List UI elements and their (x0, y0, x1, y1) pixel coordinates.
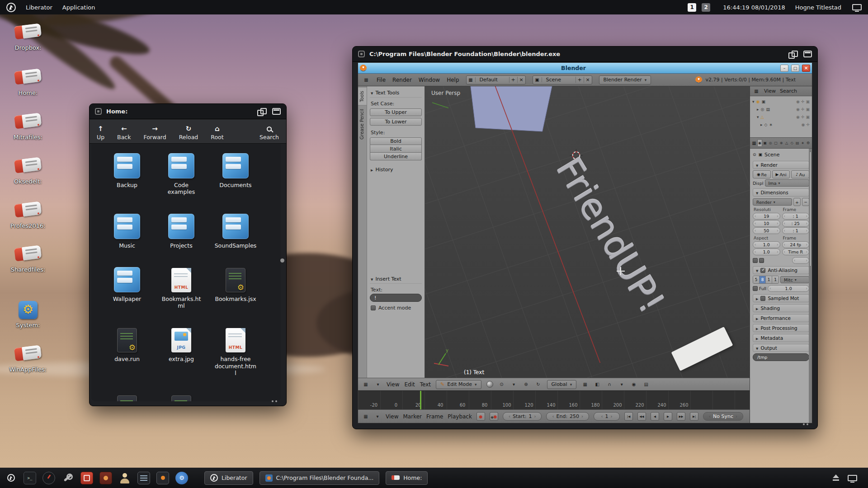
text-tools-panel-header[interactable]: Text Tools (370, 88, 422, 98)
forward-button[interactable]: Forward (143, 125, 166, 141)
stepper-field[interactable] (792, 257, 809, 264)
tab-world[interactable] (768, 139, 773, 147)
snap-magnet-icon[interactable] (606, 380, 613, 389)
render-button[interactable]: Re (753, 170, 771, 178)
menu-file[interactable]: File (377, 77, 386, 83)
tab-render[interactable] (757, 139, 762, 147)
tab-material[interactable] (789, 139, 794, 147)
add-scene-icon[interactable] (576, 77, 584, 83)
timeline-ruler[interactable]: -40 -20 0 20 40 60 80 100 120 140 160 18… (358, 390, 750, 409)
task-liberator[interactable]: Liberator (204, 471, 253, 485)
dimensions-section-header[interactable]: Dimensions (753, 188, 809, 197)
output-path-field[interactable]: /tmp (753, 353, 809, 361)
post-processing-section-header[interactable]: Post Processing (753, 324, 809, 332)
filter-size-field[interactable]: 1.0 (768, 285, 809, 292)
jump-to-start-button[interactable] (624, 412, 633, 421)
aspect-x-field[interactable]: 1.0 (753, 241, 780, 248)
metadata-section-header[interactable]: Metadata (753, 334, 809, 342)
workspace-2-badge[interactable]: 2 (702, 3, 710, 12)
accent-mode-row[interactable]: Accent mode (371, 305, 421, 311)
file-item[interactable]: Projects (155, 214, 208, 249)
scrollbar-thumb[interactable] (809, 151, 811, 267)
file-item[interactable]: Backup (100, 153, 154, 196)
remove-scene-icon[interactable] (584, 77, 592, 83)
menu-window[interactable]: Window (419, 77, 440, 83)
tab-grease-pencil[interactable]: Grease Pencil (358, 105, 367, 143)
window-clone-icon[interactable] (788, 51, 797, 58)
3d-viewport[interactable]: User Persp FriendUP! y ( (425, 86, 750, 378)
bold-button[interactable]: Bold (370, 137, 422, 145)
outliner-row[interactable]: ▾△◉✛▣ (752, 113, 810, 121)
task-home[interactable]: Home: (386, 471, 428, 485)
gauge-icon[interactable] (42, 472, 55, 484)
shading-section-header[interactable]: Shading (753, 304, 809, 312)
frame-start-field[interactable]: Start: 1 (503, 412, 542, 421)
frame-start-field[interactable]: : 1 (782, 213, 810, 220)
tab-modifiers[interactable] (779, 139, 784, 147)
outliner-row[interactable]: ▾◉▣◉✛▣ (752, 98, 810, 105)
terminal-icon[interactable] (24, 472, 36, 484)
prev-keyframe-button[interactable] (637, 412, 646, 421)
display-icon[interactable] (848, 475, 857, 481)
file-item[interactable]: Bookmarks.jsx (209, 267, 262, 310)
border-checkbox[interactable] (753, 258, 758, 263)
opengl-anim-icon[interactable] (642, 380, 650, 389)
add-preset-button[interactable] (793, 198, 801, 206)
crop-checkbox[interactable] (759, 258, 764, 263)
menu-render[interactable]: Render (392, 77, 412, 83)
editor-type-icon[interactable] (363, 76, 370, 84)
full-sample-checkbox[interactable] (753, 286, 758, 291)
file-item[interactable]: Code examples (155, 153, 208, 196)
file-item[interactable]: Documents (209, 153, 262, 196)
italic-button[interactable]: Italic (370, 145, 422, 153)
display-icon[interactable] (852, 4, 862, 10)
pivot-icon[interactable] (498, 380, 505, 389)
tab-particles[interactable] (800, 139, 805, 147)
file-item[interactable]: HTML hands-free document.html (209, 327, 262, 376)
output-section-header[interactable]: Output (753, 344, 809, 352)
remove-layout-icon[interactable] (517, 77, 525, 83)
friend-logo-icon[interactable] (6, 3, 16, 12)
media-app-icon[interactable] (99, 472, 112, 484)
menu-view[interactable]: View (387, 381, 399, 388)
task-blender[interactable]: C:\Program Files\Blender Founda... (259, 471, 380, 485)
anti-aliasing-checkbox[interactable] (760, 268, 765, 273)
display-settings-icon[interactable] (137, 472, 150, 484)
window-app-icon[interactable] (358, 51, 365, 57)
performance-section-header[interactable]: Performance (753, 314, 809, 322)
current-frame-marker[interactable] (420, 391, 421, 409)
blender-window-titlebar[interactable]: C:\Program Files\Blender Foundation\Blen… (353, 47, 817, 62)
opengl-render-icon[interactable] (630, 380, 637, 389)
orientation-selector[interactable]: Global (547, 380, 577, 389)
menu-search[interactable]: Search (780, 88, 797, 94)
mode-selector[interactable]: Edit Mode (436, 380, 481, 389)
accent-mode-checkbox[interactable] (371, 305, 376, 310)
resolution-y-field[interactable]: 10 (753, 220, 780, 227)
resize-grip[interactable] (272, 400, 279, 403)
desktop-icon-sharedfiles[interactable]: Sharedfiles: (6, 244, 50, 273)
close-button[interactable] (802, 65, 810, 72)
capture-app-icon[interactable] (156, 472, 169, 484)
file-manager-titlebar[interactable]: Home: (90, 104, 286, 119)
workspace-1-badge[interactable]: 1 (688, 3, 696, 12)
history-panel-header[interactable]: History (370, 165, 422, 174)
menu-frame[interactable]: Frame (426, 413, 443, 420)
underline-button[interactable]: Underline (370, 153, 422, 160)
time-remap-field[interactable]: Time R (782, 249, 810, 255)
next-keyframe-button[interactable] (677, 412, 685, 421)
manipulator-translate-icon[interactable] (523, 380, 530, 389)
play-button[interactable] (664, 412, 672, 421)
menu-marker[interactable]: Marker (403, 413, 421, 420)
play-reverse-button[interactable] (651, 412, 659, 421)
file-item-partial[interactable] (100, 394, 154, 401)
sampled-motion-checkbox[interactable] (760, 296, 765, 301)
insert-text-panel-header[interactable]: Insert Text (370, 274, 422, 284)
resize-grip[interactable] (803, 423, 810, 426)
menu-application[interactable]: Application (62, 4, 95, 11)
render-preset-selector[interactable]: Render (753, 198, 792, 206)
pin-icon[interactable] (753, 152, 756, 157)
keying-set-button[interactable] (490, 412, 498, 421)
window-maximize-icon[interactable] (272, 108, 281, 115)
record-button[interactable] (476, 412, 485, 421)
screen-layout-selector[interactable]: Default (466, 75, 526, 84)
